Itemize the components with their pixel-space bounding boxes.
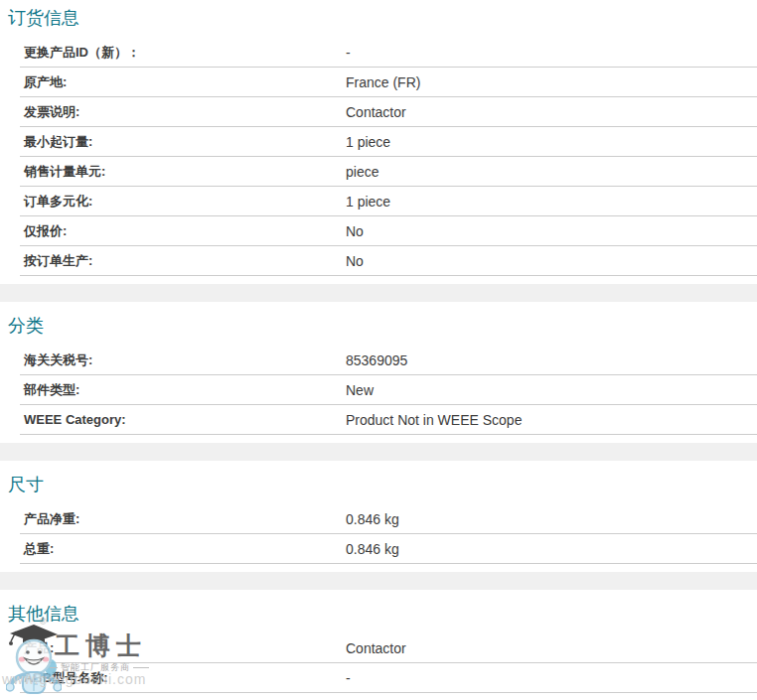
spec-value: piece [346,157,378,186]
spec-label: 最小起订量: [20,133,92,151]
section-title-dimensions: 尺寸 [8,475,757,494]
spec-value: 85369095 [346,346,407,374]
spec-value: No [346,246,364,275]
spec-value: France (FR) [346,68,420,96]
spec-label: 部件类型: [20,381,79,399]
spec-label: 原产地: [20,73,67,91]
spec-row: 部件类型: New [20,375,757,405]
section-separator [0,284,757,302]
spec-row: 最小起订量: 1 piece [20,127,757,157]
spec-label: 按订单生产: [20,252,92,270]
section-title-classification: 分类 [8,316,757,336]
spec-label: 产品: [20,639,54,657]
spec-row: WEEE Category: Product Not in WEEE Scope [20,405,757,435]
spec-value: - [346,38,351,67]
spec-label: 海关关税号: [20,351,92,369]
section-title-ordering-info: 订货信息 [8,8,757,28]
spec-value: 0.846 kg [346,534,399,563]
spec-label: 订单多元化: [20,193,92,210]
classification-table: 海关关税号: 85369095 部件类型: New WEEE Category:… [20,346,757,435]
dimensions-table: 产品净重: 0.846 kg 总重: 0.846 kg [20,504,757,564]
spec-label: 更换产品ID（新）： [20,44,140,62]
spec-label: 产品净重: [20,510,79,528]
spec-row: 仅报价: No [20,216,757,246]
spec-row: 发票说明: Contactor [20,97,757,127]
spec-value: No [346,216,364,245]
spec-value: New [346,375,374,404]
spec-value: 0.846 kg [346,504,399,533]
spec-row: ABB型号名称: - [20,663,757,693]
spec-row: 原产地: France (FR) [20,68,757,97]
product-detail-page: 订货信息 更换产品ID（新）： - 原产地: France (FR) 发票说明:… [0,0,757,693]
other-info-table: 产品: Contactor ABB型号名称: - [20,633,757,693]
spec-row: 总重: 0.846 kg [20,534,757,564]
spec-label: 销售计量单元: [20,163,105,181]
spec-value: - [346,663,351,692]
spec-value: Product Not in WEEE Scope [346,405,522,434]
spec-row: 产品净重: 0.846 kg [20,504,757,534]
spec-value: Contactor [346,97,406,126]
spec-value: 1 piece [346,187,390,215]
spec-row: 产品: Contactor [20,633,757,663]
section-title-other-info: 其他信息 [8,604,757,624]
spec-row: 海关关税号: 85369095 [20,346,757,375]
spec-label: 仅报价: [20,222,67,240]
spec-label: 发票说明: [20,103,79,121]
spec-value: 1 piece [346,127,390,156]
section-separator [0,572,757,590]
section-separator [0,443,757,461]
spec-label: WEEE Category: [20,412,126,427]
spec-row: 订单多元化: 1 piece [20,187,757,216]
spec-label: ABB型号名称: [20,669,108,687]
spec-row: 销售计量单元: piece [20,157,757,187]
ordering-info-table: 更换产品ID（新）： - 原产地: France (FR) 发票说明: Cont… [20,38,757,276]
spec-value: Contactor [346,633,406,662]
spec-row: 按订单生产: No [20,246,757,276]
spec-row: 更换产品ID（新）： - [20,38,757,68]
spec-label: 总重: [20,540,54,558]
